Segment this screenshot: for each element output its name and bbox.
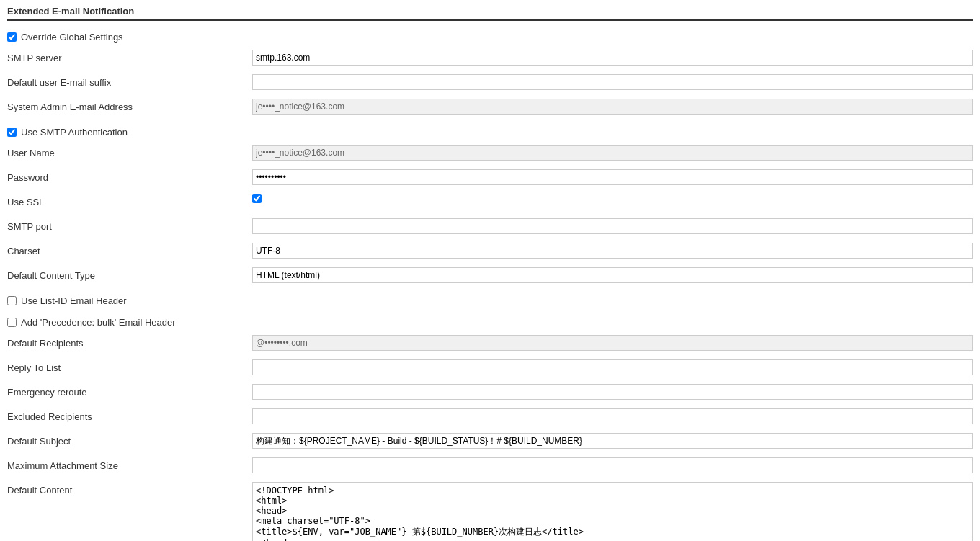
default-subject-row: Default Subject: [7, 433, 973, 453]
user-name-row: User Name: [7, 145, 973, 165]
default-subject-label: Default Subject: [7, 433, 252, 447]
use-list-id-label: Use List-ID Email Header: [21, 295, 127, 306]
excluded-recipients-wrap: [252, 408, 973, 424]
default-recipients-row: Default Recipients: [7, 335, 973, 355]
reply-to-list-label: Reply To List: [7, 359, 252, 373]
default-email-suffix-row: Default user E-mail suffix: [7, 74, 973, 94]
user-name-input[interactable]: [252, 145, 973, 161]
max-attachment-size-label: Maximum Attachment Size: [7, 457, 252, 471]
reply-to-list-wrap: [252, 359, 973, 375]
emergency-reroute-wrap: [252, 384, 973, 400]
use-list-id-row: Use List-ID Email Header: [7, 292, 973, 309]
smtp-server-row: SMTP server: [7, 50, 973, 70]
use-ssl-label: Use SSL: [7, 194, 252, 207]
system-admin-email-wrap: [252, 99, 973, 115]
default-content-label: Default Content: [7, 482, 252, 496]
system-admin-email-input[interactable]: [252, 99, 973, 115]
password-wrap: [252, 169, 973, 185]
section-title: Extended E-mail Notification: [7, 6, 973, 21]
default-recipients-label: Default Recipients: [7, 335, 252, 349]
emergency-reroute-input[interactable]: [252, 384, 973, 400]
charset-row: Charset: [7, 243, 973, 263]
default-subject-input[interactable]: [252, 433, 973, 449]
user-name-label: User Name: [7, 145, 252, 158]
smtp-server-label: SMTP server: [7, 50, 252, 63]
use-smtp-auth-checkbox[interactable]: [7, 128, 17, 137]
default-email-suffix-label: Default user E-mail suffix: [7, 74, 252, 88]
smtp-port-wrap: [252, 218, 973, 234]
emergency-reroute-label: Emergency reroute: [7, 384, 252, 398]
excluded-recipients-row: Excluded Recipients: [7, 408, 973, 429]
user-name-wrap: [252, 145, 973, 161]
reply-to-list-input[interactable]: [252, 359, 973, 375]
excluded-recipients-input[interactable]: [252, 408, 973, 424]
emergency-reroute-row: Emergency reroute: [7, 384, 973, 404]
smtp-server-input[interactable]: [252, 50, 973, 66]
system-admin-email-label: System Admin E-mail Address: [7, 99, 252, 112]
default-content-type-label: Default Content Type: [7, 267, 252, 281]
max-attachment-size-wrap: [252, 457, 973, 473]
default-content-wrap: <!DOCTYPE html> <html> <head> <meta char…: [252, 482, 973, 541]
use-smtp-auth-row: Use SMTP Authentication: [7, 123, 973, 140]
max-attachment-size-row: Maximum Attachment Size: [7, 457, 973, 478]
add-precedence-row: Add 'Precedence: bulk' Email Header: [7, 313, 973, 331]
default-content-type-input[interactable]: [252, 267, 973, 283]
override-global-settings-label: Override Global Settings: [21, 32, 123, 43]
default-email-suffix-wrap: [252, 74, 973, 90]
override-global-settings-checkbox[interactable]: [7, 32, 17, 42]
smtp-port-label: SMTP port: [7, 218, 252, 232]
default-recipients-input[interactable]: [252, 335, 973, 351]
reply-to-list-row: Reply To List: [7, 359, 973, 380]
default-content-type-row: Default Content Type: [7, 267, 973, 287]
override-global-settings-row: Override Global Settings: [7, 28, 973, 45]
excluded-recipients-label: Excluded Recipients: [7, 408, 252, 422]
system-admin-email-row: System Admin E-mail Address: [7, 99, 973, 119]
default-content-type-wrap: [252, 267, 973, 283]
default-subject-wrap: [252, 433, 973, 449]
use-ssl-wrap: [252, 194, 973, 205]
password-input[interactable]: [252, 169, 973, 185]
use-ssl-checkbox[interactable]: [252, 194, 262, 203]
default-content-row: Default Content <!DOCTYPE html> <html> <…: [7, 482, 973, 541]
default-email-suffix-input[interactable]: [252, 74, 973, 90]
use-ssl-row: Use SSL: [7, 194, 973, 214]
charset-input[interactable]: [252, 243, 973, 259]
charset-label: Charset: [7, 243, 252, 256]
max-attachment-size-input[interactable]: [252, 457, 973, 473]
password-label: Password: [7, 169, 252, 183]
password-row: Password: [7, 169, 973, 189]
default-content-textarea[interactable]: <!DOCTYPE html> <html> <head> <meta char…: [252, 482, 973, 541]
smtp-port-row: SMTP port: [7, 218, 973, 238]
default-recipients-wrap: [252, 335, 973, 351]
page-container: Extended E-mail Notification Override Gl…: [0, 0, 980, 541]
add-precedence-label: Add 'Precedence: bulk' Email Header: [21, 317, 176, 328]
smtp-port-input[interactable]: [252, 218, 973, 234]
use-smtp-auth-label: Use SMTP Authentication: [21, 127, 128, 138]
add-precedence-checkbox[interactable]: [7, 318, 17, 327]
charset-wrap: [252, 243, 973, 259]
use-list-id-checkbox[interactable]: [7, 296, 17, 305]
smtp-server-wrap: [252, 50, 973, 66]
